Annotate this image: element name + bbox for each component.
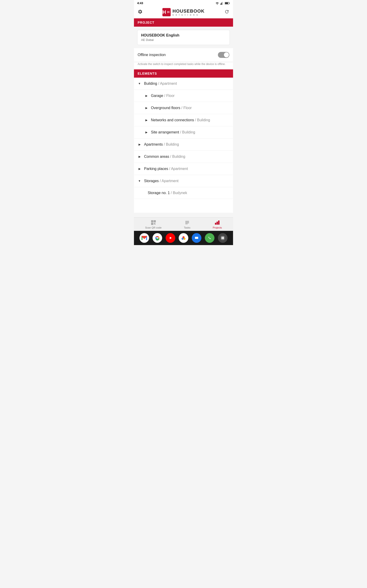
element-building[interactable]: Building / Apartment <box>134 78 233 90</box>
project-section-header: PROJECT <box>134 18 233 27</box>
nav-projects-label: Projects <box>213 226 222 229</box>
content-spacer <box>134 199 233 213</box>
project-name: HOUSEBOOK English <box>141 33 226 37</box>
element-parking[interactable]: Parking places / Apartment <box>134 163 233 175</box>
nav-tasks[interactable]: Tasks <box>184 220 190 229</box>
chevron-apartments <box>137 142 142 147</box>
svg-point-45 <box>222 237 223 237</box>
svg-text:H: H <box>167 10 169 14</box>
qr-icon <box>151 220 156 225</box>
chevron-garage <box>144 94 149 98</box>
youtube-icon[interactable] <box>166 233 175 243</box>
element-storage1[interactable]: Storage no. 1 / Budynek <box>134 187 233 199</box>
chevron-building <box>137 81 142 86</box>
nav-scan-qr[interactable]: Scan QR code <box>145 220 162 229</box>
projects-icon <box>215 220 220 225</box>
svg-point-47 <box>221 237 222 238</box>
wifi-icon <box>215 2 219 5</box>
element-apartments[interactable]: Apartments / Building <box>134 138 233 151</box>
element-common[interactable]: Common areas / Building <box>134 151 233 163</box>
svg-rect-6 <box>229 2 230 3</box>
element-site[interactable]: Site arrangement / Building <box>134 126 233 138</box>
signal-icon <box>220 2 224 5</box>
svg-point-34 <box>157 237 158 239</box>
photos-icon[interactable] <box>179 233 188 243</box>
svg-point-51 <box>222 238 223 239</box>
refresh-icon[interactable] <box>224 9 229 15</box>
settings-icon[interactable] <box>138 9 143 15</box>
svg-rect-19 <box>154 224 154 225</box>
offline-label: Offline inspection <box>138 53 166 57</box>
svg-rect-4 <box>222 2 223 5</box>
element-storages[interactable]: Storages / Apartment <box>134 175 233 187</box>
project-card[interactable]: HOUSEBOOK English AE Dubai <box>137 30 230 45</box>
svg-rect-17 <box>154 223 155 224</box>
svg-rect-14 <box>154 221 155 222</box>
nav-scan-label: Scan QR code <box>145 226 162 229</box>
nav-projects[interactable]: Projects <box>213 220 222 229</box>
svg-rect-18 <box>155 223 156 224</box>
messages-icon[interactable] <box>192 233 201 243</box>
app-drawer-icon[interactable] <box>218 233 227 243</box>
logo-box: H <box>162 8 171 16</box>
svg-point-48 <box>222 237 223 238</box>
svg-point-40 <box>182 236 184 238</box>
status-icons <box>215 2 230 5</box>
status-time: 4:43 <box>137 1 143 5</box>
chrome-icon[interactable] <box>152 233 162 243</box>
svg-rect-3 <box>222 2 222 5</box>
elements-list: Building / Apartment Garage / Floor Over… <box>134 78 233 199</box>
brand-subtitle: s o l u t i o n s <box>173 14 205 16</box>
logo-text: HOUSEBOOK s o l u t i o n s <box>173 9 205 16</box>
svg-rect-12 <box>152 221 152 222</box>
tasks-icon <box>184 220 190 225</box>
svg-rect-21 <box>155 224 156 225</box>
svg-rect-27 <box>217 222 218 225</box>
chevron-overground <box>144 106 149 110</box>
svg-rect-20 <box>155 224 155 224</box>
offline-toggle[interactable] <box>218 52 229 58</box>
element-networks[interactable]: Networks and connections / Building <box>134 114 233 126</box>
chevron-storages <box>137 179 142 183</box>
offline-hint: Activate the switch to inspect completed… <box>134 62 233 69</box>
nav-tasks-label: Tasks <box>184 226 190 229</box>
svg-rect-1 <box>220 3 221 5</box>
svg-rect-2 <box>221 3 222 5</box>
chevron-site <box>144 130 149 135</box>
offline-inspection-row: Offline inspection <box>134 48 233 61</box>
element-overground[interactable]: Overground floors / Floor <box>134 102 233 114</box>
brand-name: HOUSEBOOK <box>173 9 205 14</box>
chevron-common <box>137 154 142 159</box>
svg-point-49 <box>223 237 224 238</box>
battery-icon <box>225 2 230 5</box>
app-header: H HOUSEBOOK s o l u t i o n s <box>134 6 233 18</box>
svg-rect-42 <box>207 235 212 241</box>
chevron-networks <box>144 118 149 122</box>
app-logo: H HOUSEBOOK s o l u t i o n s <box>162 8 205 16</box>
android-dock <box>134 231 233 245</box>
svg-point-44 <box>221 237 222 237</box>
svg-point-50 <box>221 238 222 239</box>
phone-icon[interactable] <box>205 233 215 243</box>
svg-rect-26 <box>215 223 216 225</box>
svg-point-0 <box>217 4 218 5</box>
svg-rect-7 <box>225 2 228 4</box>
element-garage[interactable]: Garage / Floor <box>134 90 233 102</box>
gmail-icon[interactable] <box>140 233 149 243</box>
status-bar: 4:43 <box>134 0 233 6</box>
elements-section-header: ELEMENTS <box>134 69 233 78</box>
svg-point-52 <box>223 238 224 239</box>
svg-point-46 <box>223 237 224 237</box>
project-location: AE Dubai <box>141 38 226 42</box>
svg-rect-28 <box>218 221 219 225</box>
bottom-nav: Scan QR code Tasks Projects <box>134 217 233 231</box>
svg-rect-10 <box>167 12 167 13</box>
chevron-parking <box>137 166 142 171</box>
svg-rect-16 <box>152 224 152 224</box>
